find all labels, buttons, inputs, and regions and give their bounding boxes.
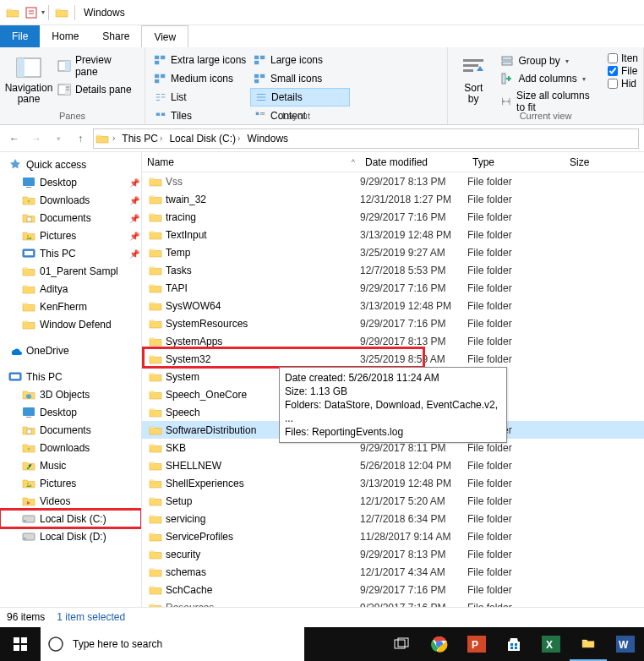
tree-pc-8[interactable]: Local Disk (D:) (0, 527, 141, 545)
tree-quick-2[interactable]: Documents📌 (0, 209, 141, 227)
file-row[interactable]: ShellExperiences3/13/2019 12:48 PMFile f… (142, 474, 644, 492)
tab-share[interactable]: Share (90, 25, 141, 47)
chk-hidden[interactable]: Hid (608, 78, 638, 90)
tree-pc-6[interactable]: Videos (0, 492, 141, 510)
menubar: File Home Share View (0, 25, 644, 47)
back-button[interactable]: ← (5, 129, 24, 148)
col-name[interactable]: Name^ (142, 156, 360, 168)
file-row[interactable]: TAPI9/29/2017 7:16 PMFile folder (142, 279, 644, 297)
details-icon (57, 83, 71, 96)
folder-icon (22, 265, 35, 278)
excel-button[interactable]: X (532, 627, 570, 661)
forward-button[interactable]: → (27, 129, 46, 148)
tree-pc-7[interactable]: Local Disk (C:) (0, 510, 141, 527)
file-row[interactable]: SysWOW643/13/2019 12:48 PMFile folder (142, 297, 644, 314)
start-button[interactable] (0, 627, 41, 661)
file-row[interactable]: Tasks12/7/2018 5:53 PMFile folder (142, 261, 644, 279)
tab-home[interactable]: Home (40, 25, 90, 47)
status-bar: 96 items 1 item selected (0, 607, 644, 625)
chrome-button[interactable] (421, 627, 458, 661)
chk-file[interactable]: File (608, 65, 638, 77)
view-details[interactable]: Details (250, 88, 350, 107)
folder-icon (149, 210, 162, 224)
thispc-icon (22, 247, 35, 260)
chk-item[interactable]: Iten (608, 52, 638, 64)
tree-quick-access[interactable]: Quick access (0, 156, 141, 173)
layout-label: Layout (150, 111, 442, 123)
col-type[interactable]: Type (467, 156, 565, 168)
taskbar-search[interactable]: Type here to search (41, 627, 304, 661)
file-row[interactable]: Vss9/29/2017 8:13 PMFile folder (142, 172, 644, 190)
view-small[interactable]: Small icons (250, 69, 350, 88)
tree-pc-4[interactable]: Music (0, 456, 141, 474)
file-row[interactable]: SystemApps9/29/2017 8:13 PMFile folder (142, 332, 644, 350)
view-extra-large[interactable]: Extra large icons (150, 51, 250, 69)
col-date[interactable]: Date modified (360, 156, 467, 168)
file-row[interactable]: Setup12/1/2017 5:20 AMFile folder (142, 492, 644, 510)
tree-pc-1[interactable]: Desktop (0, 403, 141, 421)
file-row[interactable]: schemas12/1/2017 4:34 AMFile folder (142, 563, 644, 581)
group-by-button[interactable]: Group by▾ (497, 52, 601, 69)
view-list[interactable]: List (150, 88, 250, 107)
file-row[interactable]: System323/25/2019 8:59 AMFile folder (142, 350, 644, 368)
tree-quick-4[interactable]: This PC📌 (0, 244, 141, 262)
tree-thispc[interactable]: This PC (0, 368, 141, 385)
file-row[interactable]: twain_3212/31/2018 1:27 PMFile folder (142, 190, 644, 208)
crumb-thispc[interactable]: This PC› (118, 129, 166, 148)
explorer-button[interactable] (570, 627, 607, 661)
file-row[interactable]: SystemResources9/29/2017 7:16 PMFile fol… (142, 314, 644, 332)
tab-view[interactable]: View (141, 25, 188, 47)
file-row[interactable]: ServiceProfiles11/28/2017 9:14 AMFile fo… (142, 527, 644, 545)
powerpoint-button[interactable]: P (458, 627, 495, 661)
tree-pc-2[interactable]: Documents (0, 421, 141, 439)
view-medium[interactable]: Medium icons (150, 69, 250, 88)
details-pane-button[interactable]: Details pane (54, 81, 139, 98)
tree-pc-3[interactable]: Downloads (0, 439, 141, 456)
tree-pc-0[interactable]: 3D Objects (0, 385, 141, 403)
store-button[interactable] (495, 627, 532, 661)
preview-pane-button[interactable]: Preview pane (54, 52, 139, 79)
tree-quick-8[interactable]: Window Defend (0, 315, 141, 333)
nav-tree[interactable]: Quick accessDesktop📌Downloads📌Documents📌… (0, 152, 142, 607)
tree-pc-5[interactable]: Pictures (0, 474, 141, 492)
file-row[interactable]: security9/29/2017 8:13 PMFile folder (142, 545, 644, 563)
props-icon[interactable] (25, 6, 38, 19)
tree-onedrive[interactable]: OneDrive (0, 341, 141, 359)
file-row[interactable]: SchCache9/29/2017 7:16 PMFile folder (142, 581, 644, 598)
col-size[interactable]: Size (565, 156, 644, 168)
crumb-root[interactable]: › (109, 129, 118, 148)
folder-icon (149, 264, 162, 277)
tab-file[interactable]: File (0, 25, 40, 47)
qat-dropdown[interactable]: ▾ (41, 8, 45, 16)
file-row[interactable]: SHELLNEW5/26/2018 12:04 PMFile folder (142, 456, 644, 474)
address-bar[interactable]: › This PC› Local Disk (C:)› Windows (93, 128, 639, 149)
file-list[interactable]: Vss9/29/2017 8:13 PMFile foldertwain_321… (142, 172, 644, 607)
up-button[interactable]: ↑ (71, 129, 90, 148)
tree-quick-0[interactable]: Desktop📌 (0, 173, 141, 191)
crumb-windows[interactable]: Windows (243, 129, 292, 148)
navpane-icon (15, 54, 42, 81)
svg-rect-19 (65, 61, 70, 71)
svg-text:W: W (619, 639, 629, 651)
file-row[interactable]: TextInput3/13/2019 12:48 PMFile folder (142, 226, 644, 243)
file-row[interactable]: Resources9/29/2017 7:16 PMFile folder (142, 598, 644, 607)
file-row[interactable]: servicing12/7/2018 6:34 PMFile folder (142, 510, 644, 527)
word-button[interactable]: W (607, 627, 644, 661)
tree-quick-5[interactable]: 01_Parent Sampl (0, 262, 141, 280)
tree-quick-1[interactable]: Downloads📌 (0, 191, 141, 209)
view-large[interactable]: Large icons (250, 51, 350, 69)
file-row[interactable]: Temp3/25/2019 9:27 AMFile folder (142, 243, 644, 261)
status-selected: 1 item selected (57, 611, 125, 623)
tree-quick-7[interactable]: KenFherm (0, 298, 141, 315)
navigation-pane-button[interactable]: Navigation pane (5, 51, 52, 108)
sort-by-button[interactable]: Sort by (453, 51, 494, 108)
tree-quick-6[interactable]: Aditya (0, 280, 141, 298)
crumb-c[interactable]: Local Disk (C:)› (166, 129, 243, 148)
desktop-icon (22, 176, 35, 189)
taskview-button[interactable] (384, 627, 421, 661)
pictures-icon (22, 229, 35, 243)
tree-quick-3[interactable]: Pictures📌 (0, 227, 141, 244)
recent-dropdown[interactable]: ▾ (49, 129, 68, 148)
add-columns-button[interactable]: Add columns▾ (497, 70, 601, 87)
file-row[interactable]: tracing9/29/2017 7:16 PMFile folder (142, 208, 644, 226)
